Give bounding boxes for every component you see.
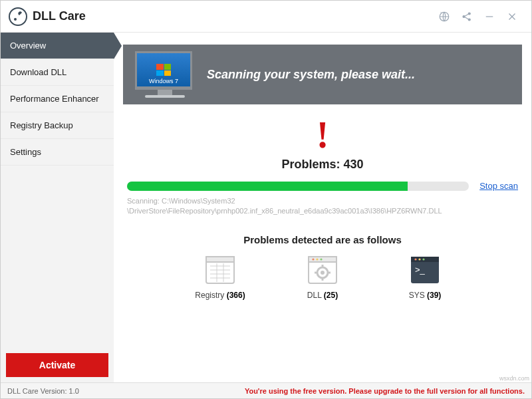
scan-progress — [127, 182, 469, 191]
wrench-gear-icon — [9, 7, 27, 26]
category-sys: >_ SYS (39) — [395, 255, 455, 300]
scan-path: Scanning: C:\Windows\System32 \DriverSto… — [123, 196, 522, 217]
category-count: (25) — [324, 291, 338, 300]
sidebar-item-overview[interactable]: Overview — [1, 33, 114, 59]
svg-point-30 — [414, 258, 416, 260]
svg-point-19 — [312, 258, 314, 260]
content-area: Windows 7 Scanning your system, please w… — [114, 33, 531, 382]
detected-title: Problems detected are as follows — [123, 234, 522, 245]
svg-point-31 — [418, 258, 420, 260]
sidebar-item-registry-backup[interactable]: Registry Backup — [1, 112, 114, 139]
svg-point-0 — [9, 8, 27, 25]
close-button[interactable] — [501, 5, 523, 28]
activate-button-label: Activate — [39, 360, 75, 370]
activate-button[interactable]: Activate — [6, 353, 108, 377]
svg-point-20 — [316, 258, 318, 260]
sidebar-item-label: Settings — [10, 147, 41, 157]
category-registry: Registry (366) — [190, 255, 250, 300]
category-count: (366) — [227, 291, 245, 300]
sidebar-item-settings[interactable]: Settings — [1, 139, 114, 166]
svg-point-1 — [14, 18, 17, 21]
minimize-button[interactable] — [478, 5, 501, 28]
exclamation-icon: ! — [123, 116, 522, 154]
progress-row: Stop scan — [123, 181, 522, 191]
svg-point-5 — [468, 19, 470, 21]
sidebar-item-label: Download DLL — [10, 67, 66, 77]
registry-icon — [201, 255, 239, 285]
language-button[interactable] — [433, 5, 456, 28]
svg-point-23 — [321, 271, 325, 275]
app-logo: DLL Care — [9, 7, 86, 26]
scan-banner: Windows 7 Scanning your system, please w… — [123, 45, 522, 104]
title-bar: DLL Care — [1, 1, 531, 33]
category-dll: DLL (25) — [293, 255, 352, 300]
svg-text:>_: >_ — [415, 265, 426, 275]
svg-point-3 — [463, 15, 465, 17]
status-bar: DLL Care Version: 1.0 You're using the f… — [1, 382, 531, 398]
category-row: Registry (366) DLL (25) >_ SYS (39) — [123, 255, 522, 300]
sidebar-item-performance-enhancer[interactable]: Performance Enhancer — [1, 86, 114, 112]
scan-path-line: Scanning: C:\Windows\System32 — [127, 197, 235, 205]
category-count: (39) — [427, 291, 441, 300]
banner-text: Scanning your system, please wait... — [207, 68, 415, 82]
dll-icon — [304, 255, 341, 285]
sidebar-item-label: Performance Enhancer — [10, 94, 99, 104]
version-label: DLL Care Version: 1.0 — [7, 387, 79, 395]
category-name: Registry — [195, 291, 224, 300]
sidebar: Overview Download DLL Performance Enhanc… — [1, 33, 114, 382]
sidebar-item-label: Registry Backup — [10, 120, 73, 130]
category-name: DLL — [307, 291, 322, 300]
share-button[interactable] — [456, 5, 478, 28]
watermark: wsxdn.com — [499, 375, 529, 382]
sidebar-item-download-dll[interactable]: Download DLL — [1, 59, 114, 86]
monitor-icon: Windows 7 — [135, 51, 195, 98]
sys-icon: >_ — [406, 255, 444, 285]
scan-path-line: \DriverStore\FileRepository\prnhp002.inf… — [127, 207, 442, 215]
alert-section: ! Problems: 430 — [123, 116, 522, 172]
sidebar-item-label: Overview — [10, 41, 46, 51]
upgrade-message: You're using the free version. Please up… — [245, 387, 525, 395]
problems-count: Problems: 430 — [123, 158, 522, 172]
os-label: Windows 7 — [137, 78, 190, 84]
app-title: DLL Care — [33, 9, 86, 23]
svg-point-4 — [468, 13, 470, 15]
category-name: SYS — [409, 291, 425, 300]
stop-scan-link[interactable]: Stop scan — [479, 181, 518, 191]
svg-point-21 — [320, 258, 322, 260]
app-window: DLL Care Overview Download DLL Performan… — [0, 0, 532, 399]
svg-point-32 — [422, 258, 424, 260]
svg-rect-10 — [206, 257, 234, 262]
